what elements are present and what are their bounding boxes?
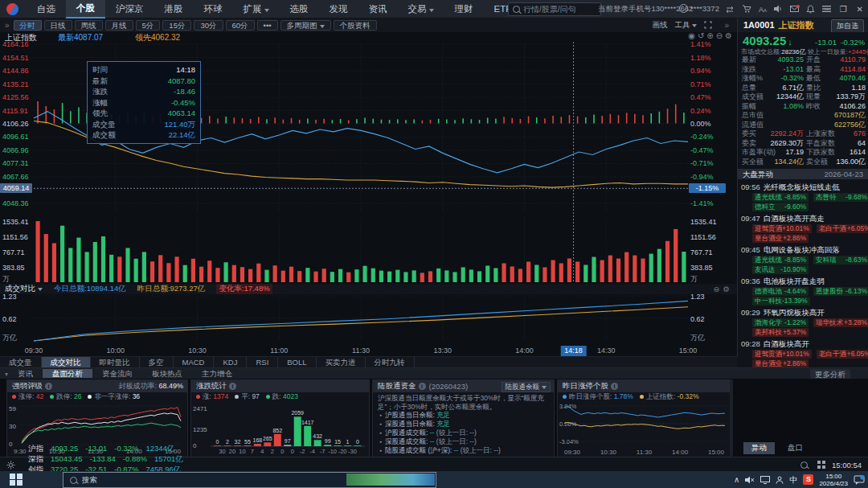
period-tab-60分[interactable]: 60分 — [226, 20, 255, 31]
scrollbar[interactable] — [730, 379, 733, 456]
nav-tab-理财[interactable]: 理财 — [444, 0, 484, 18]
tools-dropdown[interactable]: 工具 — [674, 20, 697, 31]
indicator-tab-BOLL[interactable]: BOLL — [278, 357, 316, 368]
indicator-tab-买卖力道[interactable]: 买卖力道 — [317, 357, 366, 368]
indicator-tab-MACD[interactable]: MACD — [174, 357, 215, 368]
stock-chip[interactable]: 通光线缆-8.85% — [752, 256, 809, 265]
strength-chart[interactable]: 59300 — [7, 401, 186, 446]
chevrons-icon[interactable]: » — [5, 21, 10, 30]
nav-tab-港股[interactable]: 港股 — [154, 0, 194, 18]
maximize-button[interactable]: ❐ — [840, 5, 847, 14]
tray-expand-icon[interactable]: ∧ — [734, 475, 739, 484]
stock-chip[interactable]: 皇台酒业+2.86% — [752, 234, 809, 243]
period-tab-多周期图[interactable]: 多周期图 — [280, 20, 331, 31]
add-watchlist-button[interactable]: 加自选 — [831, 19, 864, 33]
sogou-icon[interactable]: S — [803, 474, 813, 485]
collapse-right-icon[interactable]: » — [724, 21, 729, 30]
cart-icon[interactable] — [742, 5, 751, 14]
market-move-item[interactable]: 09:28白酒板块高开迎驾贡酒+10.01%老白干酒+6.05%皇台酒业+2.8… — [738, 338, 868, 367]
minimize-button[interactable]: ─ — [825, 5, 830, 14]
bell-icon[interactable] — [806, 5, 816, 14]
period-tab-周线[interactable]: 周线 — [75, 20, 103, 31]
limitup-chart[interactable]: 3.04%0.00%-3.04% — [558, 401, 729, 447]
market-move-item[interactable]: 09:36电池板块开盘走弱德赛电池-4.64%恩捷股份-6.13%中一科技-13… — [738, 276, 868, 306]
display-icon[interactable] — [760, 476, 770, 484]
stock-chip[interactable]: 美邦科技+5.37% — [752, 328, 809, 337]
info-icon[interactable]: i — [611, 383, 618, 390]
nav-tab-沪深京[interactable]: 沪深京 — [105, 0, 154, 18]
indicator-tab-分时九转[interactable]: 分时九转 — [366, 357, 415, 368]
stock-chip[interactable]: 德赛电池-4.64% — [752, 287, 809, 296]
more-analysis-link[interactable]: 更多分析 — [810, 369, 850, 379]
stock-chip[interactable]: 瑞华技术+3.28% — [813, 318, 868, 327]
grid-icon[interactable] — [817, 461, 825, 469]
right-zone-tab-异动[interactable]: 异动 — [743, 442, 775, 454]
fullscreen-icon[interactable] — [704, 21, 712, 29]
period-tab-个股资料[interactable]: 个股资料 — [334, 20, 377, 31]
period-tab-15分[interactable]: 15分 — [162, 20, 191, 31]
period-tab-•••[interactable]: ••• — [257, 20, 278, 31]
speaker-muted-icon[interactable] — [745, 476, 755, 484]
market-move-item[interactable]: 09:45电网设备板块冲高回落通光线缆-8.85%安科瑞-8.63%友讯达-10… — [738, 244, 868, 274]
section-tab-盘面分析[interactable]: 盘面分析 — [43, 369, 92, 378]
stock-chip[interactable]: 老白干酒+6.05% — [817, 224, 868, 233]
stock-chip[interactable]: 迎驾贡酒+10.01% — [752, 224, 812, 233]
stock-chip[interactable]: 迎驾贡酒+10.01% — [752, 350, 812, 359]
period-tab-日线[interactable]: 日线 — [44, 20, 72, 31]
volume-chart[interactable] — [0, 215, 738, 284]
market-move-item[interactable]: 09:47白酒板块高开高走迎驾贡酒+10.01%老白干酒+6.05%皇台酒业+2… — [738, 213, 868, 243]
stock-chip[interactable]: 老白干酒+6.05% — [817, 350, 868, 359]
stock-chip[interactable]: 恩捷股份-6.13% — [813, 287, 868, 296]
period-tab-30分[interactable]: 30分 — [194, 20, 223, 31]
status-index-深指[interactable]: 深指15043.45-133.84-0.88%15701亿 — [28, 454, 186, 465]
right-zone-tab-盘口[interactable]: 盘口 — [780, 442, 811, 454]
stock-chip[interactable]: 德科立-9.60% — [752, 203, 809, 211]
panel-mini-controls[interactable]: ⊖⚙ — [714, 285, 733, 293]
nav-tab-个股[interactable]: 个股 — [66, 0, 105, 18]
status-index-沪指[interactable]: 沪指4093.25-13.01-0.32%12344亿 — [28, 444, 186, 454]
stock-chip[interactable]: 中一科技-13.39% — [752, 297, 810, 306]
indicator-tab-即时量比[interactable]: 即时量比 — [91, 357, 140, 368]
taskbar-search[interactable]: 搜索 — [63, 472, 436, 488]
nav-tab-自选[interactable]: 自选 — [27, 0, 66, 18]
close-button[interactable]: ✕ — [857, 5, 863, 14]
period-tab-月线[interactable]: 月线 — [105, 20, 133, 31]
nav-tab-扩展[interactable]: 扩展 — [233, 0, 280, 18]
stock-chip[interactable]: 安科瑞-8.63% — [813, 256, 868, 265]
stock-chip[interactable]: 友讯达-10.90% — [752, 265, 809, 274]
indicator-tab-多空[interactable]: 多空 — [140, 357, 174, 368]
notification-icon[interactable] — [854, 475, 865, 485]
info-icon[interactable]: i — [419, 383, 426, 390]
info-icon[interactable]: i — [45, 383, 52, 390]
contact-icon[interactable] — [776, 476, 784, 484]
turnover-title[interactable]: 成交对比 — [5, 284, 43, 294]
stock-chip[interactable]: 通光线缆-8.85% — [752, 193, 809, 202]
period-tab-5分[interactable]: 5分 — [136, 20, 161, 31]
swap-icon[interactable] — [726, 5, 735, 14]
nav-tab-交易[interactable]: 交易 — [398, 0, 444, 18]
global-search-input[interactable]: 行情/股票/问句 — [508, 2, 601, 16]
section-tab-资金流向[interactable]: 资金流向 — [92, 369, 142, 378]
mail-icon[interactable] — [790, 5, 800, 14]
section-tab-板块热点[interactable]: 板块热点 — [142, 369, 192, 378]
nav-tab-环球[interactable]: 环球 — [194, 0, 233, 18]
section-tab-资讯[interactable]: 资讯 — [8, 369, 43, 378]
draw-line-button[interactable]: 画线 — [652, 20, 667, 31]
indicator-tab-KDJ[interactable]: KDJ — [214, 357, 247, 368]
updown-histogram[interactable]: 2471123500232551682658529720591417432991… — [191, 401, 367, 456]
font-size-icon[interactable]: AA — [758, 5, 768, 14]
indicator-tab-RSI[interactable]: RSI — [247, 357, 278, 368]
nav-tab-发现[interactable]: 发现 — [319, 0, 358, 18]
turnover-chart[interactable] — [0, 294, 738, 346]
statusbar-search-icon[interactable] — [800, 461, 808, 469]
indicator-tab-成交量[interactable]: 成交量 — [0, 357, 42, 368]
info-icon[interactable]: i — [229, 383, 236, 390]
market-move-item[interactable]: 09:29环氧丙烷板块高开渤海化学-1.22%瑞华技术+3.28%美邦科技+5.… — [738, 307, 868, 337]
northbound-balance-dropdown[interactable]: 陆股通余额 — [502, 382, 551, 392]
indicator-tab-成交对比[interactable]: 成交对比 — [42, 357, 91, 368]
ime-indicator[interactable]: 中 — [789, 474, 797, 486]
account-id[interactable]: ****3372 — [679, 4, 719, 13]
start-button[interactable] — [10, 474, 23, 486]
chart-zoom-controls[interactable]: ◉↺⊕⊖⚙ — [688, 31, 735, 40]
nav-tab-资讯[interactable]: 资讯 — [358, 0, 398, 18]
